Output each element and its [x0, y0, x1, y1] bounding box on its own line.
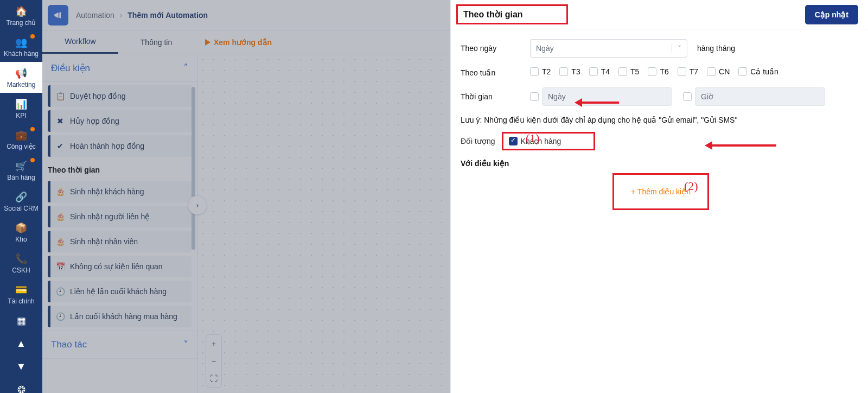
label-by-day: Theo ngày [461, 44, 530, 53]
nav-item-bullhorn[interactable]: 📢Marketing [0, 62, 42, 93]
bullhorn-icon [48, 5, 68, 26]
add-condition-button[interactable]: + Thêm điều kiện [631, 187, 691, 196]
chevron-right-icon: › [196, 201, 199, 210]
notification-dot [30, 127, 35, 131]
nav-label: Khách hàng [0, 50, 42, 58]
nav-item-cart[interactable]: 🛒Bán hàng [0, 155, 42, 186]
condition-card[interactable]: 🎂Sinh nhật nhân viên [48, 231, 192, 252]
nav-item-share[interactable]: 🔗Social CRM [0, 186, 42, 217]
object-customer-checkbox[interactable] [509, 137, 518, 145]
card-label: Hủy hợp đồng [70, 117, 119, 125]
weekday-CN[interactable]: CN [707, 67, 730, 76]
nav-help[interactable]: ❂ [0, 378, 42, 393]
canvas-collapse-button[interactable]: › [188, 195, 207, 215]
nav-item-wallet[interactable]: 💳Tài chính [0, 278, 42, 309]
section-conditions-head[interactable]: Điều kiện ˄ [42, 54, 197, 82]
nav-item-box[interactable]: 📦Kho [0, 217, 42, 248]
chevron-up-icon: ˄ [183, 62, 188, 74]
row-by-week: Theo tuần T2T3T4T5T6T7CNCả tuần [461, 67, 858, 78]
monthly-text: hàng tháng [697, 44, 735, 53]
nav-label: Social CRM [0, 205, 42, 212]
scrollbar-thumb[interactable] [192, 87, 195, 250]
condition-card[interactable]: 🕘Lần cuối khách hàng mua hàng [48, 306, 192, 327]
annotation-arrow-1 [581, 102, 619, 104]
card-label: Duyệt hợp đồng [70, 92, 126, 100]
nav-label: Kho [0, 236, 42, 243]
weekday-T4[interactable]: T4 [589, 67, 610, 76]
weekday-checkbox[interactable] [738, 67, 747, 76]
nav-item-phone[interactable]: 📞CSKH [0, 248, 42, 278]
section-actions-head[interactable]: Thao tác ˅ [42, 331, 197, 359]
nav-item-users[interactable]: 👥Khách hàng [0, 31, 42, 62]
home-icon: 🏠 [0, 5, 42, 17]
condition-card[interactable]: 📅Không có sự kiện liên quan [48, 256, 192, 277]
calendar-icon: ▦ [0, 315, 42, 327]
weekday-T2[interactable]: T2 [530, 67, 551, 76]
conditions-sidebar: Điều kiện ˄ 📋Duyệt hợp đồng✖Hủy hợp đồng… [42, 54, 197, 393]
tab-info[interactable]: Thông tin [118, 31, 194, 53]
card-label: Lần cuối khách hàng mua hàng [70, 312, 177, 321]
card-icon: 📋 [56, 92, 65, 100]
condition-card[interactable]: 🎂Sinh nhật khách hàng [48, 181, 192, 202]
briefcase-icon: 💼 [0, 129, 42, 141]
weekday-checkbox[interactable] [678, 67, 686, 76]
card-label: Hoàn thành hợp đồng [70, 142, 144, 150]
left-nav: 🏠Trang chủ👥Khách hàng📢Marketing📊KPI💼Công… [0, 0, 42, 393]
card-label: Không có sự kiện liên quan [70, 262, 163, 271]
nav-label: CSKH [0, 267, 42, 274]
object-highlight-box: Khách hàng [502, 132, 596, 150]
annotation-label-1: (1) [526, 131, 540, 145]
with-conditions-title: Với điều kiện [461, 159, 858, 168]
nav-item-briefcase[interactable]: 💼Công việc [0, 124, 42, 155]
weekday-Cả tuần[interactable]: Cả tuần [738, 67, 778, 76]
weekday-T6[interactable]: T6 [648, 67, 668, 76]
nav-calendar[interactable]: ▦ [0, 309, 42, 333]
weekday-checkbox[interactable] [589, 67, 598, 76]
zoom-in-button[interactable]: + [206, 335, 221, 352]
section-actions-title: Thao tác [51, 339, 87, 350]
weekday-checkbox[interactable] [648, 67, 656, 76]
view-guide-link[interactable]: Xem hướng dẫn [205, 38, 272, 47]
condition-card[interactable]: 🎂Sinh nhật người liên hệ [48, 206, 192, 227]
annotation-label-2: (2) [684, 179, 698, 193]
side-panel-title: Theo thời gian [456, 4, 568, 24]
card-icon: 🎂 [56, 187, 65, 196]
time-day-checkbox[interactable] [530, 92, 539, 101]
weekday-checkbox[interactable] [618, 67, 627, 76]
side-panel-body: Theo ngày Ngày ˅ hàng tháng Theo tuần T2… [451, 29, 868, 210]
zoom-out-button[interactable]: − [206, 352, 221, 370]
note-text: Lưu ý: Những điều kiện dưới đây chỉ áp d… [461, 116, 858, 124]
weekday-T7[interactable]: T7 [678, 67, 698, 76]
chevron-down-icon: ▼ [0, 361, 42, 372]
weekday-checkbox[interactable] [707, 67, 716, 76]
weekday-T5[interactable]: T5 [618, 67, 639, 76]
weekday-checkbox[interactable] [530, 67, 539, 76]
time-hour-input[interactable]: Giờ [695, 87, 825, 106]
condition-card[interactable]: 📋Duyệt hợp đồng [48, 85, 192, 107]
update-button[interactable]: Cập nhật [805, 5, 858, 24]
condition-card[interactable]: 🕘Liên hệ lần cuối khách hàng [48, 281, 192, 302]
time-hour-checkbox[interactable] [683, 92, 692, 101]
label-by-week: Theo tuần [461, 68, 530, 77]
weekday-checkbox[interactable] [559, 67, 568, 76]
play-icon [205, 39, 210, 46]
side-panel: Theo thời gian Cập nhật Theo ngày Ngày ˅… [450, 0, 868, 393]
nav-item-chart[interactable]: 📊KPI [0, 93, 42, 124]
condition-card[interactable]: ✔Hoàn thành hợp đồng [48, 135, 192, 157]
nav-collapse-up[interactable]: ▲ [0, 333, 42, 356]
card-icon: 🎂 [56, 237, 65, 246]
guide-label: Xem hướng dẫn [214, 38, 272, 47]
day-select[interactable]: Ngày ˅ [530, 39, 687, 58]
weekday-T3[interactable]: T3 [559, 67, 580, 76]
breadcrumb-root[interactable]: Automation [76, 11, 114, 20]
day-select-placeholder: Ngày [536, 44, 554, 53]
chart-icon: 📊 [0, 98, 42, 110]
tab-workflow[interactable]: Workflow [42, 30, 118, 54]
nav-expand-down[interactable]: ▼ [0, 356, 42, 378]
wallet-icon: 💳 [0, 284, 42, 296]
nav-item-home[interactable]: 🏠Trang chủ [0, 0, 42, 31]
condition-card[interactable]: ✖Hủy hợp đồng [48, 110, 192, 132]
breadcrumb-current: Thêm mới Automation [127, 11, 208, 20]
zoom-fit-button[interactable]: ⛶ [206, 370, 221, 387]
card-icon: 📅 [56, 262, 65, 271]
